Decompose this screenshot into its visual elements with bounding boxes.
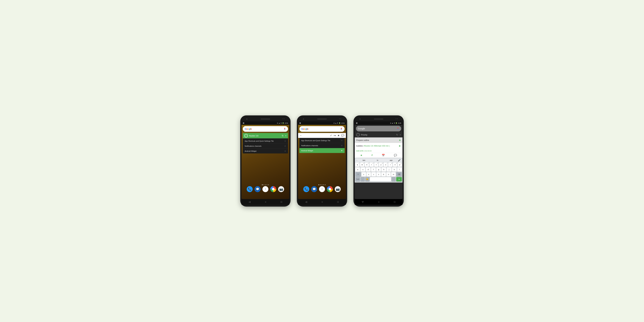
dock-photos-icon-2[interactable]: 📷	[335, 186, 341, 192]
nozbe-add-icon-1[interactable]: +	[285, 134, 286, 137]
priority-refresh-icon[interactable]: ↻	[396, 134, 398, 136]
key-i[interactable]: i8	[388, 162, 392, 167]
screen-content-2: Google ← ✓ ≡● ★ 💬 App Shortcuts and Quic	[298, 125, 346, 199]
menu-item-star-notifications-2[interactable]: ☆	[341, 144, 343, 147]
suggestion-2[interactable]: to	[371, 159, 384, 161]
menu-item-notifications-2[interactable]: Notifications channels ☆	[299, 143, 345, 148]
dock-photos-icon-1[interactable]: 📷	[278, 186, 284, 192]
dock-message-icon-2[interactable]: 💬	[311, 186, 317, 192]
priority-add-icon[interactable]: +	[400, 134, 401, 136]
back-button-3[interactable]: ▽	[362, 200, 364, 203]
menu-item-star-widget-2[interactable]: ★	[341, 149, 343, 152]
home-button-3[interactable]: ○	[378, 200, 380, 203]
comment-icon-2[interactable]: 💬	[341, 134, 344, 137]
back-button-1[interactable]: ◁	[249, 200, 250, 203]
key-w[interactable]: w2	[360, 162, 364, 167]
menu-item-widget-2[interactable]: Android Widget ★	[299, 148, 345, 153]
google-search-bar-3[interactable]: Google	[356, 126, 401, 132]
dock-chrome-icon-2[interactable]	[327, 186, 333, 192]
key-y[interactable]: y6	[379, 162, 383, 167]
menu-item-shortcuts-2[interactable]: App Shortcuts and Quick Settings Tile ☆	[299, 138, 345, 143]
menu-icon-2[interactable]: ≡●	[334, 134, 336, 137]
page-dot-2	[264, 184, 264, 185]
dock-chrome-icon-1[interactable]	[270, 186, 276, 192]
dock-apps-icon-1[interactable]: ⠿	[262, 186, 268, 192]
recents-button-2[interactable]: □	[338, 200, 339, 203]
key-space[interactable]	[370, 177, 391, 182]
home-button-1[interactable]: ○	[265, 200, 266, 203]
key-r[interactable]: r4	[370, 162, 374, 167]
back-button-2[interactable]: ◁	[305, 200, 307, 203]
dock-message-icon-1[interactable]: 💬	[254, 186, 260, 192]
key-numbers[interactable]: ?123	[355, 177, 360, 182]
star-icon-2[interactable]: ★	[338, 134, 340, 137]
google-search-bar-2[interactable]: Google	[299, 126, 345, 132]
suggestion-1[interactable]: late	[357, 159, 371, 161]
key-n[interactable]: n	[386, 172, 391, 176]
keyboard-row-1: q1 w2 e3 r4 t5 y6 u7 i8 o9 p0	[355, 162, 402, 167]
key-q[interactable]: q1	[355, 162, 360, 167]
menu-item-widget-1[interactable]: Android Widget ☆	[243, 148, 288, 154]
dock-phone-icon-2[interactable]: 📞	[303, 186, 309, 192]
key-send[interactable]: ➤	[396, 177, 402, 182]
key-e[interactable]: e3	[365, 162, 369, 167]
key-x[interactable]: x	[366, 172, 371, 176]
key-backspace[interactable]: ⌫	[396, 172, 402, 176]
input-text-3: bubbles #Nozbe 3.8 #Michael #30 min | ➤	[356, 144, 401, 148]
page-dot-1	[262, 184, 263, 185]
time-3: 13:48	[398, 122, 401, 124]
key-z[interactable]: z	[362, 172, 366, 176]
action-calendar-icon[interactable]: 📅	[382, 154, 385, 157]
key-m[interactable]: m	[391, 172, 396, 176]
mic-icon-2[interactable]	[340, 128, 343, 130]
menu-item-star-notifications-1[interactable]: ☆	[284, 145, 286, 147]
menu-item-star-shortcuts-1[interactable]: ☆	[284, 140, 286, 142]
key-emoji[interactable]: 😊	[365, 177, 370, 182]
input-tag1: #Nozbe 3.8	[364, 145, 373, 147]
phone-dots-1	[282, 118, 284, 119]
key-b[interactable]: b	[381, 172, 386, 176]
recents-button-3[interactable]: □	[394, 200, 395, 203]
task-star-button[interactable]: ★	[399, 139, 401, 142]
key-shift[interactable]: ⇧	[355, 172, 361, 176]
key-j[interactable]: j	[386, 167, 391, 172]
key-p[interactable]: p0	[398, 162, 402, 167]
key-c[interactable]: c	[371, 172, 376, 176]
key-t[interactable]: t5	[374, 162, 378, 167]
check-icon-2[interactable]: ✓	[330, 134, 332, 137]
menu-item-star-widget-1[interactable]: ☆	[284, 150, 286, 152]
key-l[interactable]: l	[397, 167, 402, 172]
suggestion-3[interactable]: ago	[384, 159, 398, 161]
dock-phone-icon-1[interactable]: 📞	[247, 186, 253, 192]
dock-apps-icon-2[interactable]: ⠿	[319, 186, 325, 192]
menu-item-notifications-1[interactable]: Notifications channels ☆	[243, 144, 288, 148]
key-comma[interactable]: ,	[360, 177, 365, 182]
key-u[interactable]: u7	[384, 162, 388, 167]
action-hashtag-icon[interactable]: #	[371, 154, 373, 157]
keyboard-mic-button[interactable]: 🎤	[398, 159, 400, 162]
key-v[interactable]: v	[376, 172, 381, 176]
key-k[interactable]: k	[392, 167, 397, 172]
action-comment-icon[interactable]: 💬	[394, 154, 397, 157]
key-s[interactable]: s	[360, 167, 365, 172]
key-o[interactable]: o9	[393, 162, 397, 167]
back-icon-2[interactable]: ←	[300, 134, 302, 137]
key-h[interactable]: h	[382, 167, 386, 172]
key-period[interactable]: .	[392, 177, 396, 182]
time-1: 13:54	[284, 122, 288, 124]
mic-icon-3[interactable]	[396, 127, 399, 130]
key-g[interactable]: g	[376, 167, 381, 172]
home-button-2[interactable]: ○	[322, 200, 323, 203]
nozbe-refresh-icon-1[interactable]: ↻	[282, 134, 284, 137]
google-search-bar-1[interactable]: Google	[243, 126, 288, 132]
action-star-icon[interactable]: ★	[360, 154, 362, 157]
menu-item-shortcuts-1[interactable]: App Shortcuts and Quick Settings Tile ☆	[243, 138, 288, 144]
key-a[interactable]: a	[355, 167, 360, 172]
menu-item-star-shortcuts-2[interactable]: ☆	[341, 139, 343, 142]
recents-button-1[interactable]: □	[281, 200, 282, 203]
input-area-3[interactable]: bubbles #Nozbe 3.8 #Michael #30 min | ➤	[355, 143, 402, 150]
mic-icon-1[interactable]	[283, 128, 286, 130]
key-f[interactable]: f	[371, 167, 376, 172]
send-button-3[interactable]: ➤	[398, 144, 401, 148]
key-d[interactable]: d	[366, 167, 370, 172]
